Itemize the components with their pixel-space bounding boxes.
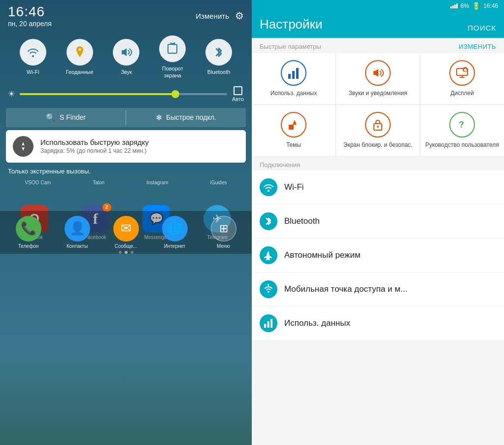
toggle-wifi[interactable]: Wi-Fi [20,39,46,75]
themes-icon [281,112,306,137]
wifi-setting[interactable]: Wi-Fi [252,171,504,205]
battery-percent: 6% [461,2,469,9]
svg-point-15 [268,190,269,192]
rotate-toggle-circle [159,35,186,62]
settings-title: Настройки [260,17,323,32]
left-panel: 16:46 пн, 20 апреля Изменить ⚙ Wi-Fi [0,0,252,445]
quick-data-usage[interactable]: Использ. данных [252,53,336,104]
menu-dock[interactable]: ⊞ Меню [211,216,236,249]
svg-text:✱: ✱ [464,68,467,72]
hotspot-setting-label: Мобильная точка доступа и м... [284,284,407,294]
browser-dock[interactable]: 🌐 Интернет [162,216,188,249]
display-label: Дисплей [450,90,474,98]
data-usage-setting[interactable]: Использ. данных [252,307,504,340]
svg-marker-3 [22,147,25,151]
brightness-row: ☀ Авто [0,83,252,105]
airplane-setting-label: Автономный режим [284,250,361,260]
bluetooth-toggle-circle [205,39,232,66]
settings-header: Настройки ПОИСК [252,12,504,38]
quick-connect-label: Быстрое подкл. [166,113,216,121]
svg-marker-7 [373,69,378,77]
emergency-text: Только экстренные вызовы. [0,165,252,178]
time-right: 16:46 [483,2,498,9]
toggle-sound[interactable]: Звук [113,39,139,75]
quick-user-guide[interactable]: ? Руководство пользователя [420,105,504,156]
wifi-toggle-circle [20,39,46,66]
top-app-labels: VSOO Cam Talon Instagram iGuides [0,178,252,187]
bluetooth-setting[interactable]: Bluetooth [252,205,504,239]
menu-label: Меню [217,243,230,249]
quick-lock-screen[interactable]: Экран блокир. и безопас. [336,105,420,156]
wifi-setting-label: Wi-Fi [284,182,304,192]
finder-row: 🔍 S Finder ❄ Быстрое подкл. [6,108,246,127]
data-usage-setting-label: Использ. данных [284,318,350,328]
svg-point-13 [377,126,379,128]
battery-icon: 🔋 [472,2,480,10]
s-finder-button[interactable]: 🔍 S Finder [6,108,126,127]
hotspot-setting[interactable]: Мобильная точка доступа и м... [252,273,504,307]
date-left: пн, 20 апреля [8,20,52,28]
wifi-setting-icon [260,178,277,196]
svg-marker-0 [122,48,127,56]
contacts-icon: 👤 [65,216,90,241]
quick-params-label: Быстрые параметры [260,43,321,50]
dock-bar: 📞 Телефон 👤 Контакты ✉ Сообще... 🌐 [0,211,252,254]
svg-marker-2 [22,142,25,146]
toggle-rotate[interactable]: Поворот экрана [159,35,186,79]
sms-dock[interactable]: ✉ Сообще... [113,216,139,249]
quick-params-edit[interactable]: ИЗМЕНИТЬ [459,43,496,50]
display-icon: ✱ [449,60,475,86]
s-finder-label: S Finder [60,113,86,121]
quick-themes[interactable]: Темы [252,105,336,156]
edit-button[interactable]: Изменить [196,12,229,20]
right-panel: 6% 🔋 16:46 Настройки ПОИСК Быстрые парам… [252,0,504,445]
svg-rect-17 [268,321,269,328]
gear-icon[interactable]: ⚙ [235,10,244,22]
svg-rect-4 [288,74,291,79]
geo-label: Геоданные [66,68,94,75]
notification-card[interactable]: Использовать быструю зарядку Зарядка: 5%… [6,130,246,163]
contacts-dock[interactable]: 👤 Контакты [65,216,90,249]
sms-label: Сообще... [114,243,137,249]
svg-rect-1 [168,44,177,53]
auto-label: Авто [232,86,244,102]
status-bar-right: 6% 🔋 16:46 [252,0,504,12]
sms-icon: ✉ [113,216,139,241]
sounds-icon [365,60,391,86]
data-usage-setting-icon [260,314,277,332]
phone-label: Телефон [18,243,38,249]
phone-icon: 📞 [16,216,41,241]
airplane-setting[interactable]: Автономный режим [252,239,504,273]
svg-rect-16 [264,324,266,328]
notif-title: Использовать быструю зарядку [40,138,239,146]
brightness-slider[interactable] [20,93,227,95]
quick-toggles: Wi-Fi Геоданные Звук [0,31,252,83]
svg-rect-5 [292,71,295,79]
sounds-label: Звуки и уведомления [349,90,407,98]
user-guide-label: Руководство пользователя [425,141,499,149]
bluetooth-setting-icon [260,212,277,230]
sound-label: Звук [121,68,132,75]
phone-dock[interactable]: 📞 Телефон [16,216,41,249]
wifi-label: Wi-Fi [27,68,39,75]
quick-sounds[interactable]: Звуки и уведомления [336,53,420,104]
airplane-setting-icon [260,246,277,264]
toggle-geo[interactable]: Геоданные [66,39,94,75]
hotspot-setting-icon [260,280,277,298]
settings-search-button[interactable]: ПОИСК [468,24,496,32]
quick-connect-icon: ❄ [156,113,162,122]
data-usage-label: Использ. данных [270,90,317,98]
quick-connect-button[interactable]: ❄ Быстрое подкл. [126,108,246,127]
toggle-bluetooth[interactable]: Bluetooth [205,39,232,75]
data-usage-icon [281,60,306,86]
notif-sub: Зарядка: 5% (до полной 1 час 22 мин.) [40,147,239,154]
rotate-label: Поворот экрана [162,65,183,79]
status-bar-left: 16:46 пн, 20 апреля Изменить ⚙ [0,0,252,31]
contacts-label: Контакты [67,243,88,249]
browser-icon: 🌐 [162,216,188,241]
quick-display[interactable]: ✱ Дисплей [420,53,504,104]
menu-icon: ⊞ [211,216,236,241]
lock-screen-icon [365,112,391,137]
sound-toggle-circle [113,39,139,66]
geo-toggle-circle [67,39,93,66]
